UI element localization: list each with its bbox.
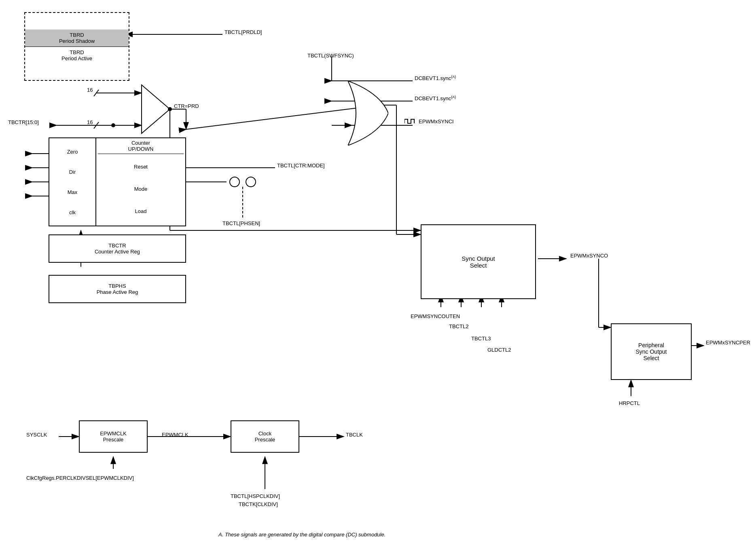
tbrd-shadow-label: TBRD Period Shadow <box>25 30 129 47</box>
clock-prescale-label: ClockPrescale <box>255 430 275 443</box>
tbrd-outer-box: TBRD Period Shadow TBRDPeriod Active <box>24 12 129 81</box>
epwmclk-signal-label: EPWMCLK <box>162 432 188 438</box>
superscript-a2: (A) <box>451 95 456 99</box>
tbphs-label: TBPHSPhase Active Reg <box>97 283 138 295</box>
peripheral-sync-box: PeripheralSync OutputSelect <box>611 323 692 380</box>
svg-point-19 <box>230 177 239 187</box>
sysclk-label: SYSCLK <box>26 432 47 438</box>
clk-label: clk <box>51 209 94 215</box>
epwmsyncouten-label: EPWMSYNCOUTEN <box>411 313 460 319</box>
sync-output-label: Sync OutputSelect <box>462 255 495 269</box>
ctr-prd-label: CTR=PRD <box>174 103 199 109</box>
peripheral-sync-label: PeripheralSync OutputSelect <box>635 342 667 361</box>
zero-label: Zero <box>51 149 94 155</box>
superscript-a1: (A) <box>451 75 456 79</box>
tbctk-clkdiv-label: TBCTK[CLKDIV] <box>239 501 278 507</box>
counter-box: Zero Dir Max clk CounterUP/DOWN Reset Mo… <box>49 137 186 226</box>
bit16-bottom-label: 16 <box>87 119 93 125</box>
svg-line-2 <box>94 90 99 96</box>
gldctl2-label: GLDCTL2 <box>487 347 511 353</box>
epwmclk-label: EPWMCLKPrescale <box>100 430 127 443</box>
tbctl-prdld-label: TBCTL[PRDLD] <box>224 29 262 35</box>
tbctr-label: TBCTRCounter Active Reg <box>95 243 140 255</box>
svg-point-7 <box>111 123 115 127</box>
svg-line-5 <box>94 122 99 129</box>
tbctl3-label: TBCTL3 <box>471 335 491 342</box>
epwmxsynco-label: EPWMxSYNCO <box>570 253 608 259</box>
epwmxsynci-label: EPWMxSYNCI <box>419 118 454 124</box>
tbctl-hspclkdiv-label: TBCTL[HSPCLKDIV] <box>231 493 280 499</box>
epwmxsyncper-label: EPWMxSYNCPER <box>706 340 750 346</box>
tbctl2-label: TBCTL2 <box>449 323 468 329</box>
reset-label: Reset <box>101 164 180 170</box>
load-label: Load <box>101 208 180 214</box>
clock-prescale-box: ClockPrescale <box>231 420 299 453</box>
clkcfgregs-label: ClkCfgRegs.PERCLKDIVSEL[EPWMCLKDIV] <box>26 475 134 481</box>
tbclk-label: TBCLK <box>346 432 363 438</box>
diagram-container: TBRD Period Shadow TBRDPeriod Active Zer… <box>0 0 756 557</box>
dir-label: Dir <box>51 169 94 175</box>
pulse-symbol <box>404 117 417 125</box>
bit16-top-label: 16 <box>87 87 93 93</box>
tbphs-box: TBPHSPhase Active Reg <box>49 275 186 303</box>
svg-point-20 <box>246 177 256 187</box>
hrpctl-label: HRPCTL <box>619 400 640 406</box>
svg-marker-9 <box>142 85 170 133</box>
tbctr-box: TBCTRCounter Active Reg <box>49 234 186 263</box>
or-gate <box>348 81 388 146</box>
tbctl-phsen-label: TBCTL[PHSEN] <box>222 220 260 226</box>
tbctr-15-0-label: TBCTR[15:0] <box>8 119 39 125</box>
dcbevt1-sync-2-label: DCBEVT1.sync(A) <box>415 95 456 101</box>
svg-point-10 <box>168 107 172 111</box>
max-label: Max <box>51 189 94 195</box>
tbctl-ctr-mode-label: TBCTL[CTR:MODE] <box>277 162 325 169</box>
tbctl-swfsync-label: TBCTL(SWFSYNC) <box>307 53 354 59</box>
epwmclk-box: EPWMCLKPrescale <box>79 420 148 453</box>
footnote: A. These signals are generated by the di… <box>218 532 385 538</box>
tbrd-active-label: TBRDPeriod Active <box>25 47 129 64</box>
sync-output-box: Sync OutputSelect <box>421 224 536 299</box>
counter-title: CounterUP/DOWN <box>98 140 184 154</box>
mode-label: Mode <box>101 186 180 192</box>
dcbevt1-sync-1-label: DCBEVT1.sync(A) <box>415 75 456 81</box>
